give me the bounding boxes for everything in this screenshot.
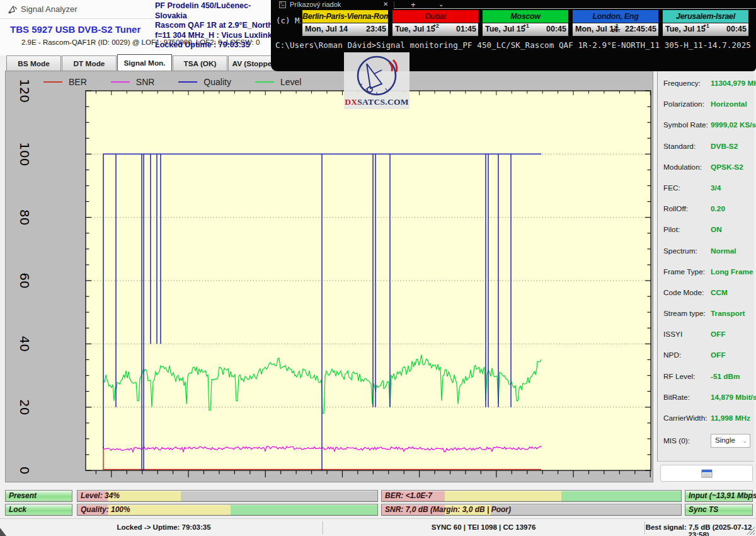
mode-tabs: BS Mode DT Mode Signal Mon. TSA (OK) AV … <box>6 55 283 71</box>
feed-info: PF Prodelin 450/Lučenec-SlovakiaRascom Q… <box>155 1 275 50</box>
parameter-value: 14,879 Mbit/s <box>711 393 756 402</box>
parameter-label: Stream type: <box>663 309 706 318</box>
parameter-row: Code Mode: CCM <box>658 283 754 303</box>
feed-info-line: PF Prodelin 450/Lučenec-Slovakia <box>155 1 275 21</box>
parameter-label: Spectrum: <box>663 247 697 255</box>
sync-ts-label: Sync TS <box>689 505 718 514</box>
clock-city: Berlin-Paris-Vienna-Roma <box>302 10 388 23</box>
signal-chart: 020406080100120 BER SNR Quality <box>5 71 653 482</box>
tab-dropdown-icon[interactable]: ⌄ <box>438 1 444 8</box>
mis-select[interactable]: Single ⌄ <box>711 434 750 448</box>
ber-label: BER: <1.0E-7 <box>385 491 432 500</box>
parameter-label: BitRate: <box>663 393 690 402</box>
close-tab-icon[interactable]: ✕ <box>383 1 388 8</box>
feed-info-line: Locked Uptime : 79:03:35 <box>155 40 275 50</box>
legend-item: Quality <box>178 77 231 87</box>
corner-resize-mark <box>0 528 6 536</box>
parameter-value: DVB-S2 <box>711 142 738 151</box>
legend-line-swatch <box>111 81 130 83</box>
parameter-value: Long Frame <box>711 267 753 276</box>
legend-line-swatch <box>178 81 197 83</box>
clock-body: Mon, Jul 14 23:45 <box>302 23 388 36</box>
stream-properties-button[interactable] <box>660 465 753 482</box>
clock-offset: +2 <box>430 23 442 29</box>
parameter-row: RollOff: 0.20 <box>658 199 754 219</box>
clock-body: Tue, Jul 15 +1 00:45 <box>483 23 568 36</box>
clock-widget: London, Eng Mon, Jul 14 -1 DST 22:45:45 <box>571 9 660 37</box>
clock-time: 23:45 <box>366 25 386 33</box>
snr-bar: SNR: 7,0 dB (Margin: 3,0 dB | Poor) <box>381 504 682 516</box>
statusbar-sync: SYNC 60 | TEI 1098 | CC 13976 <box>323 523 644 531</box>
parameter-label: FEC: <box>663 184 680 192</box>
chart-legend: BER SNR Quality Level <box>43 77 301 87</box>
present-label: Present <box>9 491 37 500</box>
legend-item: BER <box>43 77 87 87</box>
mode-tab[interactable]: TSA (OK) <box>173 55 227 71</box>
input-label: Input (~13,91 Mbps) <box>689 491 756 500</box>
mode-tab[interactable]: BS Mode <box>6 55 61 71</box>
clock-widget: Jerusalem-Israel Tue, Jul 15 +1 00:45 <box>662 9 750 37</box>
clock-offset: -1 DST <box>610 23 622 33</box>
svg-text:60: 60 <box>17 272 32 288</box>
feed-info-line: Rascom QAF 1R at 2.9°E_North <box>155 21 275 31</box>
quality-label: Quality: 100% <box>81 505 130 514</box>
window-title: Signal Analyzer <box>21 4 77 14</box>
parameter-value: 3/4 <box>711 184 721 192</box>
mis-selected-value: Single <box>715 436 735 444</box>
legend-label: Level <box>280 77 301 87</box>
mode-tab[interactable]: DT Mode <box>62 55 117 71</box>
satellite-dish-icon <box>8 4 18 15</box>
parameter-value: OFF <box>711 351 726 359</box>
parameter-row: Frequency: 11304,979 MHz <box>658 73 754 94</box>
parameter-label: ISSYI <box>663 330 682 339</box>
svg-text:20: 20 <box>17 399 32 415</box>
statusbar: Locked -> Uptime: 79:03:35 SYNC 60 | TEI… <box>0 518 756 536</box>
mode-tab[interactable]: Signal Mon. <box>117 54 172 71</box>
clock-date: Mon, Jul 14 <box>305 25 348 33</box>
svg-text:100: 100 <box>17 142 32 166</box>
statusbar-best-signal: Best signal: 7,5 dB (2025-07-12 23:58) <box>644 523 753 536</box>
parameter-label: Polarization: <box>663 100 704 108</box>
clock-city: London, Eng <box>573 10 658 23</box>
present-indicator: Present <box>5 490 72 502</box>
clock-offset: +1 <box>701 23 712 29</box>
parameter-rows: Frequency: 11304,979 MHz Polarization: H… <box>658 73 754 429</box>
parameter-row: NPD: OFF <box>658 345 754 366</box>
divider <box>394 1 394 8</box>
new-tab-icon[interactable]: + <box>411 0 416 9</box>
parameter-label: NPD: <box>663 351 681 359</box>
parameter-value: CCM <box>711 288 728 297</box>
parameter-value: -51 dBm <box>711 372 740 381</box>
parameter-row: Modulation: QPSK-S2 <box>658 157 754 178</box>
parameter-value: OFF <box>711 330 726 339</box>
screen: Signal Analyzer TBS 5927 USB DVB-S2 Tune… <box>0 0 756 536</box>
snr-label: SNR: 7,0 dB (Margin: 3,0 dB | Poor) <box>385 505 511 514</box>
parameter-label: Frame Type: <box>663 267 705 276</box>
parameter-value: Transport <box>711 309 745 318</box>
lock-indicator: Lock <box>5 504 72 516</box>
satellite-logo-icon <box>344 52 410 98</box>
legend-label: SNR <box>136 77 155 87</box>
level-bar: Level: 34% <box>77 490 378 502</box>
terminal-tab-title[interactable]: Príkazový riadok <box>290 1 341 8</box>
parameter-row: Pilot: ON <box>658 219 754 240</box>
clock-body: Tue, Jul 15 +2 01:45 <box>392 23 478 36</box>
chevron-down-icon: ⌄ <box>742 438 747 444</box>
clock-widget: Berlin-Paris-Vienna-Roma Mon, Jul 14 23:… <box>301 9 389 37</box>
parameter-value: 11304,979 MHz <box>711 79 756 88</box>
svg-text:80: 80 <box>17 209 32 225</box>
parameter-value: 0.20 <box>711 204 725 213</box>
parameter-row: Stream type: Transport <box>658 303 754 324</box>
legend-label: BER <box>69 77 87 87</box>
parameter-label: CarrierWidth: <box>663 414 707 422</box>
clock-date: Tue, Jul 15 <box>395 25 435 33</box>
parameter-label: Frequency: <box>663 79 701 88</box>
parameter-label: RF Level: <box>663 372 695 381</box>
clock-body: Tue, Jul 15 +1 00:45 <box>663 23 748 36</box>
parameter-label: Standard: <box>663 142 696 151</box>
clock-city: Dubai <box>392 10 478 23</box>
parameter-value: QPSK-S2 <box>711 163 743 172</box>
clock-time: 00:45 <box>726 25 747 33</box>
input-indicator: Input (~13,91 Mbps) <box>685 490 753 502</box>
parameter-label: RollOff: <box>663 204 688 213</box>
